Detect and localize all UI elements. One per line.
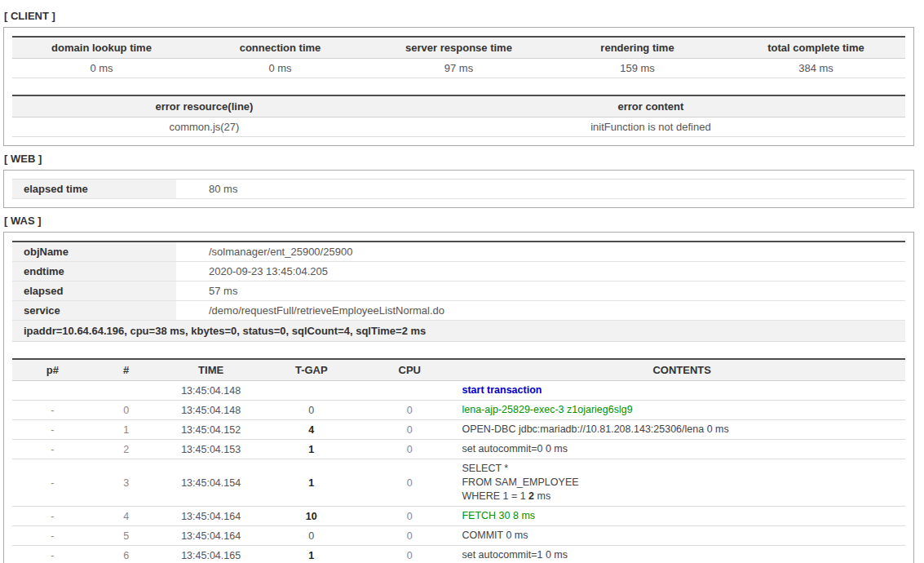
trace-cell-cpu: 0 (360, 546, 458, 563)
trace-content-line: FETCH 30 8 ms (462, 509, 902, 523)
trace-cell-contents: OPEN-DBC jdbc:mariadb://10.81.208.143:25… (458, 420, 905, 440)
trace-cell-cpu: 0 (360, 420, 458, 440)
trace-header-tgap: T-GAP (263, 359, 360, 381)
trace-cell-num: 0 (93, 401, 160, 420)
trace-row: -613:45:04.16510set autocommit=1 0 ms (12, 546, 905, 563)
client-timing-header: rendering time (548, 37, 727, 59)
trace-cell-pnum: - (12, 507, 93, 526)
was-info-row: objName /solmanager/ent_25900/25900 (12, 242, 905, 262)
trace-cell-tgap: 1 (263, 546, 360, 563)
trace-cell-cpu: 0 (360, 526, 458, 546)
trace-cell-num: 5 (93, 526, 160, 546)
trace-content-line: lena-ajp-25829-exec-3 z1ojarieg6slg9 (462, 403, 902, 417)
trace-cell-time: 13:45:04.153 (160, 440, 263, 459)
trace-content-line: WHERE 1 = 1 2 ms (462, 490, 902, 503)
was-info-row: elapsed 57 ms (12, 282, 905, 301)
trace-cell-tgap: 0 (263, 401, 360, 420)
was-info-label: objName (12, 242, 176, 262)
trace-content-segment: FROM SAM_EMPLOYEE (462, 477, 578, 488)
trace-content-line: set autocommit=0 0 ms (462, 442, 902, 456)
trace-cell-time: 13:45:04.148 (160, 401, 263, 420)
trace-content-line: SELECT * (462, 462, 902, 476)
trace-cell-time: 13:45:04.154 (160, 459, 263, 507)
was-summary-row: ipaddr=10.64.64.196, cpu=38 ms, kbytes=0… (12, 321, 905, 342)
client-timing-table: domain lookup time connection time serve… (12, 36, 905, 78)
trace-content-line: FROM SAM_EMPLOYEE (462, 476, 902, 490)
client-timing-header: connection time (191, 37, 369, 59)
was-section-title: [ WAS ] (4, 215, 924, 227)
client-error-header-row: error resource(line) error content (12, 95, 905, 117)
trace-cell-num: 6 (93, 546, 160, 563)
trace-cell-pnum: - (12, 459, 93, 507)
trace-cell-pnum (12, 381, 93, 401)
trace-cell-contents: set autocommit=1 0 ms (458, 546, 905, 563)
trace-cell-pnum: - (12, 420, 93, 440)
was-info-label: service (12, 301, 176, 321)
trace-content-segment: 2 (528, 490, 534, 502)
trace-body: 13:45:04.148start transaction-013:45:04.… (12, 381, 905, 563)
trace-cell-tgap (263, 381, 360, 401)
client-timing-value: 159 ms (548, 59, 727, 78)
trace-cell-num: 2 (93, 440, 160, 459)
client-error-resource: common.js(27) (12, 117, 396, 137)
trace-cell-num: 3 (93, 459, 160, 507)
trace-content-line: OPEN-DBC jdbc:mariadb://10.81.208.143:25… (462, 423, 902, 437)
client-timing-header-row: domain lookup time connection time serve… (12, 37, 905, 59)
client-error-value-row: common.js(27) initFunction is not define… (12, 117, 905, 137)
trace-content-segment: WHERE 1 = 1 (462, 490, 528, 502)
was-summary-text: ipaddr=10.64.64.196, cpu=38 ms, kbytes=0… (12, 321, 905, 342)
trace-cell-num: 1 (93, 420, 160, 440)
web-elapsed-row: elapsed time 80 ms (12, 180, 905, 199)
was-info-row: endtime 2020-09-23 13:45:04.205 (12, 262, 905, 282)
trace-content-segment: lena-ajp-25829-exec-3 z1ojarieg6slg9 (462, 404, 632, 415)
trace-content-segment: set autocommit=1 0 ms (462, 549, 568, 561)
performance-report: [ CLIENT ] domain lookup time connection… (0, 0, 924, 563)
web-elapsed-value: 80 ms (176, 180, 905, 199)
client-timing-value: 97 ms (369, 59, 548, 78)
web-elapsed-table: elapsed time 80 ms (12, 179, 905, 199)
trace-cell-time: 13:45:04.164 (160, 526, 263, 546)
trace-cell-pnum: - (12, 440, 93, 459)
trace-content-segment: OPEN-DBC jdbc:mariadb://10.81.208.143:25… (462, 423, 728, 435)
trace-cell-cpu (360, 381, 458, 401)
trace-cell-num (93, 381, 160, 401)
client-error-header: error content (396, 95, 905, 117)
trace-cell-contents: start transaction (458, 381, 905, 401)
trace-content-line: set autocommit=1 0 ms (462, 548, 902, 562)
trace-header-pnum: p# (12, 359, 93, 381)
was-info-value: /solmanager/ent_25900/25900 (176, 242, 905, 262)
trace-cell-contents: lena-ajp-25829-exec-3 z1ojarieg6slg9 (458, 401, 905, 420)
trace-cell-pnum: - (12, 526, 93, 546)
trace-row: -313:45:04.15410SELECT *FROM SAM_EMPLOYE… (12, 459, 905, 507)
trace-cell-contents: SELECT *FROM SAM_EMPLOYEEWHERE 1 = 1 2 m… (458, 459, 905, 507)
trace-row: -413:45:04.164100FETCH 30 8 ms (12, 507, 905, 526)
trace-row: -513:45:04.16400COMMIT 0 ms (12, 526, 905, 546)
trace-cell-time: 13:45:04.148 (160, 381, 263, 401)
trace-cell-contents: set autocommit=0 0 ms (458, 440, 905, 459)
trace-header-row: p# # TIME T-GAP CPU CONTENTS (12, 359, 905, 381)
client-timing-value: 384 ms (727, 59, 905, 78)
client-section-title: [ CLIENT ] (4, 10, 924, 22)
was-info-value: 2020-09-23 13:45:04.205 (176, 262, 905, 282)
client-error-table: error resource(line) error content commo… (12, 95, 905, 137)
trace-content-segment: start transaction (462, 384, 542, 396)
trace-cell-time: 13:45:04.152 (160, 420, 263, 440)
client-error-content: initFunction is not defined (396, 117, 905, 137)
web-elapsed-label: elapsed time (12, 180, 176, 199)
trace-cell-num: 4 (93, 507, 160, 526)
trace-content-segment: FETCH 30 8 ms (462, 510, 535, 521)
client-timing-header: server response time (369, 37, 548, 59)
trace-cell-tgap: 10 (263, 507, 360, 526)
was-info-label: elapsed (12, 282, 176, 301)
client-section-box: domain lookup time connection time serve… (3, 27, 914, 146)
was-info-label: endtime (12, 262, 176, 282)
trace-cell-tgap: 1 (263, 440, 360, 459)
client-timing-header: domain lookup time (12, 37, 191, 59)
trace-cell-pnum: - (12, 546, 93, 563)
was-trace-table: p# # TIME T-GAP CPU CONTENTS 13:45:04.14… (12, 358, 905, 563)
trace-header-contents: CONTENTS (458, 359, 905, 381)
trace-row: 13:45:04.148start transaction (12, 381, 905, 401)
trace-content-segment: COMMIT 0 ms (462, 530, 528, 541)
trace-content-segment: set autocommit=0 0 ms (462, 443, 568, 454)
trace-content-line: COMMIT 0 ms (462, 529, 902, 543)
